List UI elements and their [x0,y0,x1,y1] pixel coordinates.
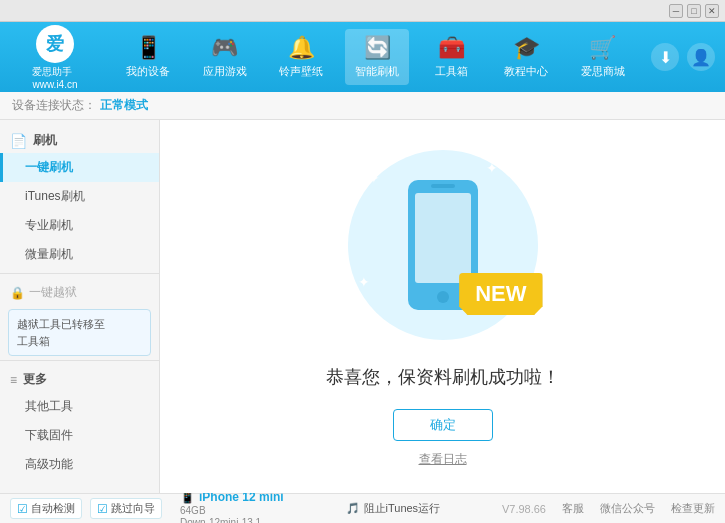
skip-wizard-checkbox[interactable]: ☑ 跳过向导 [90,498,162,519]
my-device-icon: 📱 [135,35,162,61]
nav-items: 📱 我的设备 🎮 应用游戏 🔔 铃声壁纸 🔄 智能刷机 🧰 工具箱 🎓 教程中心… [110,29,641,85]
nav-toolbox[interactable]: 🧰 工具箱 [422,29,482,85]
status-value: 正常模式 [100,97,148,114]
lock-icon: 🔒 [10,286,25,300]
maximize-button[interactable]: □ [687,4,701,18]
nav-ringtones[interactable]: 🔔 铃声壁纸 [269,29,333,85]
wechat-link[interactable]: 微信公众号 [600,501,655,516]
download-icon-button[interactable]: ⬇ [651,43,679,71]
sparkle-2: ✦ [486,160,498,176]
header: 爱 爱思助手 www.i4.cn 📱 我的设备 🎮 应用游戏 🔔 铃声壁纸 🔄 … [0,22,725,92]
device-model: Down-12mini-13,1 [180,517,284,524]
itunes-status-text: 阻止iTunes运行 [364,501,441,516]
device-info: 📱 iPhone 12 mini 64GB Down-12mini-13,1 [180,490,284,524]
toolbox-icon: 🧰 [438,35,465,61]
svg-point-2 [437,291,449,303]
sidebar-section-more: ≡ 更多 [0,365,159,392]
content-area: ✦ ✦ ✦ NEW 恭喜您，保资料刷机成功啦！ 确定 查看日志 [160,120,725,493]
nav-apps-games[interactable]: 🎮 应用游戏 [193,29,257,85]
sidebar-divider-1 [0,273,159,274]
title-bar: ─ □ ✕ [0,0,725,22]
logo-area: 爱 爱思助手 www.i4.cn [10,25,100,90]
nav-mall[interactable]: 🛒 爱思商城 [571,29,635,85]
sidebar-item-one-click[interactable]: 一键刷机 [0,153,159,182]
sidebar-item-other-tools[interactable]: 其他工具 [0,392,159,421]
nav-tutorials[interactable]: 🎓 教程中心 [494,29,558,85]
bottom-left: ☑ 自动检测 ☑ 跳过向导 📱 iPhone 12 mini 64GB Down… [10,490,284,524]
mall-icon: 🛒 [589,35,616,61]
auto-update-checkbox[interactable]: ☑ 自动检测 [10,498,82,519]
main-area: 📄 刷机 一键刷机 iTunes刷机 专业刷机 微量刷机 🔒 一键越狱 越狱工具… [0,120,725,493]
nav-my-device[interactable]: 📱 我的设备 [116,29,180,85]
sparkle-3: ✦ [358,274,370,290]
checkbox-checked-icon-2: ☑ [97,502,108,516]
support-link[interactable]: 客服 [562,501,584,516]
sidebar: 📄 刷机 一键刷机 iTunes刷机 专业刷机 微量刷机 🔒 一键越狱 越狱工具… [0,120,160,493]
smart-flash-icon: 🔄 [364,35,391,61]
sparkle-1: ✦ [368,170,380,186]
sidebar-divider-2 [0,360,159,361]
sidebar-item-firmware[interactable]: 下载固件 [0,421,159,450]
check-update-link[interactable]: 检查更新 [671,501,715,516]
confirm-button[interactable]: 确定 [393,409,493,441]
success-text: 恭喜您，保资料刷机成功啦！ [326,365,560,389]
header-right: ⬇ 👤 [651,43,715,71]
logo-text: 爱思助手 www.i4.cn [32,65,77,90]
device-storage: 64GB [180,505,284,516]
sidebar-item-micro[interactable]: 微量刷机 [0,240,159,269]
version-text: V7.98.66 [502,503,546,515]
user-icon-button[interactable]: 👤 [687,43,715,71]
bottom-bar: ☑ 自动检测 ☑ 跳过向导 📱 iPhone 12 mini 64GB Down… [0,493,725,523]
close-button[interactable]: ✕ [705,4,719,18]
sidebar-disabled-jailbreak: 🔒 一键越狱 [0,278,159,305]
more-icon: ≡ [10,373,17,387]
status-label: 设备连接状态： [12,97,96,114]
sidebar-item-itunes[interactable]: iTunes刷机 [0,182,159,211]
sidebar-item-pro[interactable]: 专业刷机 [0,211,159,240]
minimize-button[interactable]: ─ [669,4,683,18]
phone-illustration: ✦ ✦ ✦ NEW [343,145,543,345]
nav-smart-flash[interactable]: 🔄 智能刷机 [345,29,409,85]
visit-log-link[interactable]: 查看日志 [419,451,467,468]
ringtones-icon: 🔔 [288,35,315,61]
sidebar-item-advanced[interactable]: 高级功能 [0,450,159,479]
apps-games-icon: 🎮 [211,35,238,61]
tutorials-icon: 🎓 [513,35,540,61]
new-badge: NEW [459,273,542,315]
flash-section-icon: 📄 [10,133,27,149]
checkbox-checked-icon-1: ☑ [17,502,28,516]
status-bar: 设备连接状态： 正常模式 [0,92,725,120]
itunes-icon: 🎵 [346,502,360,515]
svg-rect-3 [431,184,455,188]
logo-icon: 爱 [36,25,74,63]
svg-rect-1 [415,193,471,283]
sidebar-section-flash: 📄 刷机 [0,126,159,153]
bottom-right: V7.98.66 客服 微信公众号 检查更新 [502,501,715,516]
sidebar-notice: 越狱工具已转移至工具箱 [8,309,151,356]
itunes-status-area: 🎵 阻止iTunes运行 [346,501,441,516]
